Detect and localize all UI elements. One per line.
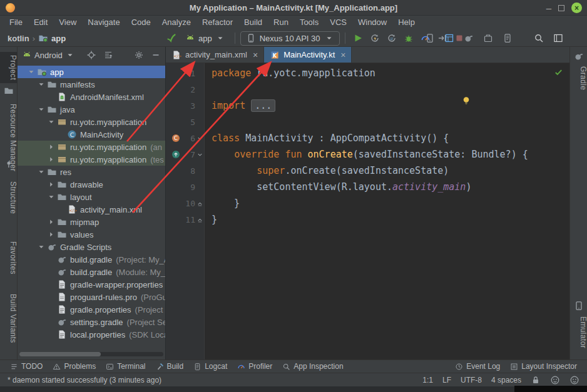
menu-analyze[interactable]: Analyze [156, 16, 197, 29]
gradle-sync-button[interactable] [461, 31, 476, 46]
chevron-open-icon[interactable] [46, 192, 56, 202]
device-selector[interactable]: Nexus 10 API 30 [240, 31, 340, 46]
restore-button[interactable] [558, 5, 564, 11]
apply-changes-button[interactable] [367, 31, 382, 46]
toolwindow-button-layout-inspector[interactable]: Layout Inspector [505, 360, 582, 373]
intention-bulb-icon[interactable] [461, 96, 471, 107]
toolwindow-button-app-inspection[interactable]: App Inspection [277, 360, 348, 373]
project-view-selector[interactable]: Android [34, 51, 63, 60]
toolwindow-project[interactable]: Project [0, 52, 18, 83]
tree-item-res[interactable]: res [18, 166, 165, 178]
file-encoding[interactable]: UTF-8 [461, 376, 482, 384]
folded-imports[interactable]: ... [251, 99, 275, 112]
tree-item-build-gradle-project-my-ap[interactable]: build.gradle(Project: My_Ap [18, 253, 165, 266]
tree-item-mainactivity[interactable]: CMainActivity [18, 128, 165, 141]
tree-item-app[interactable]: app [18, 66, 165, 78]
tree-item-gradle-properties-project-pr[interactable]: gradle.properties(Project Pr [18, 303, 165, 316]
chevron-closed-icon[interactable] [46, 217, 56, 227]
indent-config[interactable]: 4 spaces [491, 376, 521, 384]
class-marker-icon[interactable]: C [171, 133, 181, 143]
menu-view[interactable]: View [53, 16, 82, 29]
toolwindow-build-variants[interactable]: Build Variants [0, 291, 18, 346]
window-layout-button[interactable] [551, 31, 566, 46]
editor-body[interactable]: 1package ru.yotc.myapplication23import .… [166, 63, 569, 359]
menu-help[interactable]: Help [392, 16, 421, 29]
tree-item-proguard-rules-pro-proguar[interactable]: proguard-rules.pro(ProGuar [18, 291, 165, 303]
toolwindow-structure[interactable]: Structure [0, 178, 18, 217]
collapse-all-icon[interactable] [103, 50, 113, 60]
tree-item-activity-main-xml[interactable]: </>activity_main.xml [18, 203, 165, 216]
chevron-closed-icon[interactable] [46, 229, 56, 239]
line-number[interactable]: 11 [181, 215, 195, 224]
caret-position[interactable]: 1:1 [422, 376, 433, 384]
line-number[interactable]: 3 [181, 101, 195, 111]
minimize-button[interactable]: – [546, 5, 551, 11]
run-config-selector[interactable]: app [181, 32, 230, 44]
toolwindow-button-todo[interactable]: TODO [5, 360, 48, 373]
fold-marker-icon[interactable] [195, 215, 205, 224]
tree-item-mipmap[interactable]: mipmap [18, 216, 165, 228]
chevron-closed-icon[interactable] [46, 142, 56, 152]
tab-activity-main-xml[interactable]: </>activity_main.xml× [166, 47, 264, 63]
toolwindow-button-terminal[interactable]: Terminal [101, 360, 150, 373]
toolwindow-button-build[interactable]: Build [151, 360, 189, 373]
chevron-closed-icon[interactable] [46, 154, 56, 164]
tree-item-gradle-wrapper-properties[interactable]: gradle-wrapper.properties( [18, 278, 165, 291]
device-manager-icon[interactable] [574, 301, 584, 311]
menu-vcs[interactable]: VCS [324, 16, 352, 29]
chevron-open-icon[interactable] [26, 67, 36, 77]
line-number[interactable]: 10 [181, 199, 195, 208]
tree-item-local-properties-sdk-locatio[interactable]: local.properties(SDK Locatio [18, 328, 165, 341]
toolwindow-button-logcat[interactable]: Logcat [188, 360, 232, 373]
tree-item-settings-gradle-project-setti[interactable]: settings.gradle(Project Setti [18, 316, 165, 328]
menu-edit[interactable]: Edit [28, 16, 53, 29]
chevron-open-icon[interactable] [46, 117, 56, 127]
fold-marker-icon[interactable] [195, 134, 205, 143]
scrollbar-thumb[interactable] [19, 352, 101, 356]
tab-mainactivity-kt[interactable]: KMainActivity.kt× [264, 47, 352, 63]
chevron-open-icon[interactable] [36, 167, 46, 177]
tree-item-drawable[interactable]: drawable [18, 178, 165, 191]
hide-panel-icon[interactable] [151, 50, 161, 60]
debug-button[interactable] [401, 31, 416, 46]
breadcrumb-root[interactable]: kotlin [8, 34, 29, 43]
tab-close-icon[interactable]: × [253, 51, 258, 59]
tree-item-ru-yotc-myapplication[interactable]: ru.yotc.myapplication [18, 116, 165, 128]
tree-item-ru-yotc-myapplication-tes[interactable]: ru.yotc.myapplication(tes [18, 153, 165, 166]
pin-icon[interactable] [4, 159, 14, 169]
line-number[interactable]: 9 [181, 183, 195, 192]
toolwindow-favorites[interactable]: Favorites [0, 238, 18, 278]
menu-file[interactable]: File [4, 16, 28, 29]
tree-item-values[interactable]: values [18, 228, 165, 241]
close-button[interactable]: × [571, 3, 582, 13]
gradle-icon[interactable] [574, 51, 584, 61]
toolwindow-button-problems[interactable]: Problems [48, 360, 101, 373]
tree-item-build-gradle-module-my-ap[interactable]: build.gradle(Module: My_Ap [18, 266, 165, 278]
notifications-icon[interactable] [550, 375, 560, 385]
folder-icon[interactable] [4, 86, 14, 96]
menu-build[interactable]: Build [238, 16, 268, 29]
breadcrumb-module[interactable]: app [51, 34, 66, 43]
chevron-open-icon[interactable] [36, 242, 46, 252]
device-file-explorer-button[interactable] [500, 31, 515, 46]
menu-window[interactable]: Window [352, 16, 392, 29]
tab-close-icon[interactable]: × [340, 51, 345, 59]
override-marker-icon[interactable] [171, 149, 181, 159]
fold-marker-icon[interactable] [195, 199, 205, 208]
line-number[interactable]: 1 [181, 69, 195, 78]
tree-item-ru-yotc-myapplication-an[interactable]: ru.yotc.myapplication(an [18, 141, 165, 153]
menu-run[interactable]: Run [268, 16, 294, 29]
tree-item-gradle-scripts[interactable]: Gradle Scripts [18, 241, 165, 253]
toolwindow-button-event-log[interactable]: Event Log [450, 360, 505, 373]
device-manager-button[interactable] [422, 31, 437, 46]
tree-item-androidmanifest-xml[interactable]: AndroidManifest.xml [18, 91, 165, 103]
menu-navigate[interactable]: Navigate [82, 16, 125, 29]
toolwindow-button-profiler[interactable]: Profiler [232, 360, 277, 373]
line-separator[interactable]: LF [442, 376, 451, 384]
line-number[interactable]: 5 [181, 118, 195, 127]
layout-inspector-button[interactable] [442, 31, 457, 46]
chevron-down-icon[interactable] [65, 50, 75, 60]
chevron-closed-icon[interactable] [46, 179, 56, 189]
menu-code[interactable]: Code [126, 16, 156, 29]
line-number[interactable]: 2 [181, 85, 195, 94]
